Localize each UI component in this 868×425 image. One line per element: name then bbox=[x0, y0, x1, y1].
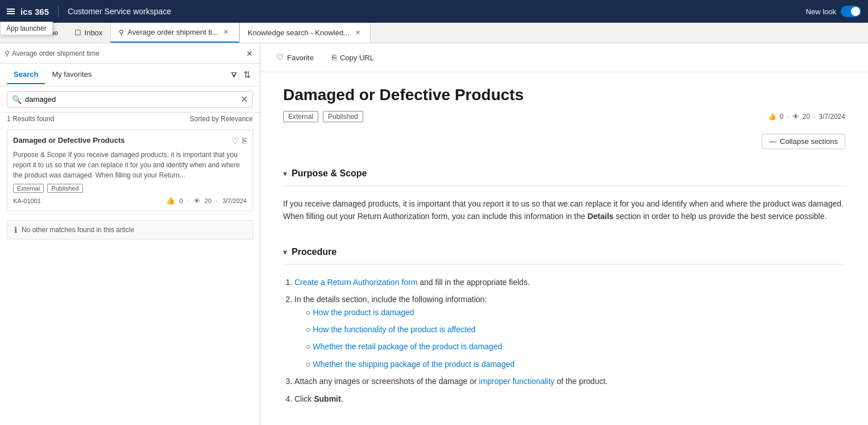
article-toolbar: ♡ Favorite ⎘ Copy URL bbox=[260, 43, 868, 72]
sub-link-2[interactable]: How the functionality of the product is … bbox=[313, 325, 475, 334]
search-clear-button[interactable]: ✕ bbox=[240, 94, 248, 105]
list-item: Whether the retail package of the produc… bbox=[306, 340, 845, 353]
tab2-close[interactable]: ✕ bbox=[353, 28, 362, 38]
section-procedure-header[interactable]: ▾ Procedure bbox=[283, 242, 845, 262]
list-item: Whether the shipping package of the prod… bbox=[306, 358, 845, 370]
copy-url-button[interactable]: ⎘ Copy URL bbox=[327, 51, 379, 64]
article-id: KA-01001 bbox=[13, 197, 41, 204]
section-purpose-body: If you receive damaged products, it is i… bbox=[283, 193, 845, 233]
likes-count: 0 bbox=[180, 197, 183, 204]
article-content: Damaged or Defective Products External P… bbox=[260, 72, 868, 425]
sub-list: How the product is damaged How the funct… bbox=[294, 306, 845, 371]
section-purpose: ▾ Purpose & Scope If you receive damaged… bbox=[283, 164, 845, 233]
list-item: Create a Return Authorization form and f… bbox=[294, 276, 845, 288]
collapse-dash-icon: — bbox=[769, 137, 776, 146]
article-stats: 👍 0 · 👁 20 · 3/7/2024 bbox=[166, 196, 247, 205]
section-divider bbox=[283, 185, 845, 186]
tab-average-order-shipment[interactable]: ⚲ Average order shipment ti... ✕ bbox=[110, 23, 239, 43]
sort-label: Sorted by Relevance bbox=[190, 115, 253, 123]
second-nav-bar: ☰ ⌂ Home ☐ Inbox ⚲ Average order shipmen… bbox=[0, 23, 868, 43]
eye-icon: 👁 bbox=[194, 197, 200, 204]
article-likes: 0 bbox=[780, 113, 784, 121]
app-launcher-button[interactable] bbox=[7, 9, 15, 14]
sub-link-1[interactable]: How the product is damaged bbox=[313, 308, 414, 317]
newlook-toggle-area: New look bbox=[806, 6, 861, 17]
left-panel: ⚲ Average order shipment time ✕ Search M… bbox=[0, 43, 260, 425]
tag-published: Published bbox=[47, 184, 82, 193]
results-bar: 1 Results found Sorted by Relevance bbox=[0, 113, 260, 125]
collapse-label: Collapse sections bbox=[780, 137, 838, 146]
search-icon-small: ⚲ bbox=[5, 49, 10, 57]
section-procedure-title: Procedure bbox=[292, 247, 337, 257]
article-date: 3/7/2024 bbox=[222, 197, 247, 204]
copy-url-icon: ⎘ bbox=[332, 53, 337, 62]
article-card-title: Damaged or Defective Products bbox=[13, 136, 231, 145]
article-card-excerpt: Purpose & Scope If you receive damaged p… bbox=[13, 150, 247, 180]
main-layout: ⚲ Average order shipment time ✕ Search M… bbox=[0, 43, 868, 425]
tab-my-favorites[interactable]: My favorites bbox=[45, 65, 98, 84]
tab1-label: Average order shipment ti... bbox=[127, 28, 218, 36]
top-bar: ics 365 Customer Service workspace New l… bbox=[0, 0, 868, 23]
chevron-down-icon-2: ▾ bbox=[283, 247, 287, 257]
search-input[interactable] bbox=[25, 95, 240, 104]
sub-link-4[interactable]: Whether the shipping package of the prod… bbox=[313, 360, 514, 369]
no-matches-notice: ℹ No other matches found in this article bbox=[7, 220, 253, 240]
tag-external: External bbox=[13, 184, 44, 193]
tab1-close[interactable]: ✕ bbox=[222, 28, 231, 37]
article-card-header: Damaged or Defective Products ♡ ⎘ bbox=[13, 136, 247, 146]
article-title: Damaged or Defective Products bbox=[283, 86, 845, 104]
copy-url-label: Copy URL bbox=[340, 53, 374, 62]
sub-link-3[interactable]: Whether the retail package of the produc… bbox=[313, 342, 502, 351]
section-purpose-header[interactable]: ▾ Purpose & Scope bbox=[283, 164, 845, 183]
procedure-link-3[interactable]: improper functionality bbox=[479, 377, 555, 386]
heart-icon: ♡ bbox=[276, 52, 284, 63]
app-launcher-tooltip: App launcher bbox=[0, 22, 53, 35]
filter-icon: ⛛ bbox=[230, 70, 239, 80]
tab-knowledge-search[interactable]: Knowledge search - Knowled... ✕ bbox=[239, 23, 371, 43]
results-count: 1 Results found bbox=[7, 115, 54, 123]
article-link-icon[interactable]: ⎘ bbox=[242, 136, 247, 146]
thumb-up-icon: 👍 bbox=[768, 113, 776, 121]
badge-group: External Published bbox=[283, 111, 363, 122]
badge-external: External bbox=[283, 111, 318, 122]
favorite-button[interactable]: ♡ Favorite bbox=[272, 50, 318, 65]
no-matches-text: No other matches found in this article bbox=[22, 226, 134, 234]
article-badges-row: External Published 👍 0 · 👁 20 · 3/7/2024 bbox=[283, 111, 845, 122]
views-count: 20 bbox=[205, 197, 211, 204]
chevron-down-icon: ▾ bbox=[283, 169, 287, 178]
procedure-link-1[interactable]: Create a Return Authorization form bbox=[294, 278, 417, 287]
article-favorite-icon[interactable]: ♡ bbox=[231, 136, 239, 146]
search-input-row: 🔍 ✕ bbox=[0, 86, 260, 113]
list-item: How the functionality of the product is … bbox=[306, 323, 845, 336]
left-panel-title: Average order shipment time bbox=[12, 49, 242, 57]
list-item: Attach any images or screenshots of the … bbox=[294, 375, 845, 387]
article-card-actions: ♡ ⎘ bbox=[231, 136, 247, 146]
eye-icon-right: 👁 bbox=[792, 113, 799, 121]
tab-search[interactable]: Search bbox=[7, 65, 45, 84]
article-views: 20 bbox=[803, 113, 810, 121]
article-date-right: 3/7/2024 bbox=[819, 113, 845, 121]
thumb-icon: 👍 bbox=[166, 196, 175, 205]
article-meta-right: 👍 0 · 👁 20 · 3/7/2024 bbox=[768, 113, 845, 121]
badge-published: Published bbox=[323, 111, 363, 122]
app-title: ics 365 bbox=[20, 7, 49, 16]
favorites-tab-label: My favorites bbox=[52, 70, 92, 79]
search-icon: 🔍 bbox=[12, 95, 22, 104]
list-item: Click Submit. bbox=[294, 393, 845, 405]
list-item: In the details section, include the foll… bbox=[294, 293, 845, 370]
collapse-btn-row: — Collapse sections bbox=[283, 134, 845, 158]
article-card[interactable]: Damaged or Defective Products ♡ ⎘ Purpos… bbox=[7, 130, 253, 211]
search-input-wrap[interactable]: 🔍 ✕ bbox=[7, 91, 253, 108]
list-item: How the product is damaged bbox=[306, 306, 845, 319]
divider bbox=[58, 6, 59, 17]
inbox-label: Inbox bbox=[85, 28, 103, 37]
left-panel-close[interactable]: ✕ bbox=[244, 48, 255, 59]
right-panel: ♡ Favorite ⎘ Copy URL Damaged or Defecti… bbox=[260, 43, 868, 425]
section-purpose-title: Purpose & Scope bbox=[292, 168, 367, 179]
inbox-button[interactable]: ☐ Inbox bbox=[67, 23, 111, 43]
collapse-sections-button[interactable]: — Collapse sections bbox=[762, 134, 845, 149]
sort-button[interactable]: ⇅ bbox=[241, 67, 253, 82]
newlook-toggle[interactable] bbox=[841, 6, 861, 17]
section-procedure: ▾ Procedure Create a Return Authorizatio… bbox=[283, 242, 845, 414]
filter-button[interactable]: ⛛ bbox=[227, 68, 241, 82]
